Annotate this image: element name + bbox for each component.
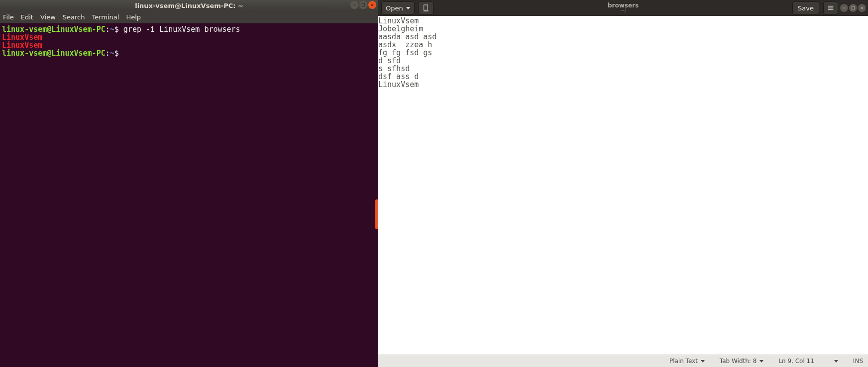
- dropdown-caret-icon: [834, 360, 838, 363]
- menu-help[interactable]: Help: [126, 13, 141, 21]
- terminal-window: linux-vsem@LinuxVsem-PC: ~ File Edit Vie…: [0, 0, 378, 367]
- command-text: grep -i LinuxVsem browsers: [123, 25, 240, 34]
- syntax-mode-label: Plain Text: [669, 358, 698, 365]
- open-button-label: Open: [386, 4, 403, 12]
- gedit-file-line: s sfhsd: [378, 65, 868, 73]
- gedit-file-line: Jobelgheim: [378, 25, 868, 33]
- prompt-user: linux-vsem@LinuxVsem-PC: [2, 49, 106, 58]
- terminal-line-prompt: linux-vsem@LinuxVsem-PC:~$: [2, 49, 376, 57]
- gedit-file-line: aasda asd asd: [378, 33, 868, 41]
- terminal-title: linux-vsem@LinuxVsem-PC: ~: [0, 2, 378, 9]
- insert-mode-label: INS: [853, 358, 863, 365]
- hamburger-menu-button[interactable]: [823, 1, 838, 14]
- minimize-button[interactable]: [840, 4, 848, 12]
- svg-rect-10: [852, 6, 855, 9]
- close-button[interactable]: [368, 1, 376, 9]
- svg-rect-0: [353, 5, 356, 5]
- gedit-file-line: LinuxVsem: [378, 81, 868, 89]
- close-button[interactable]: [858, 4, 866, 12]
- terminal-output-line: LinuxVsem: [2, 41, 376, 49]
- gedit-header-right: Save: [792, 1, 866, 14]
- prompt-dollar: $: [114, 49, 119, 58]
- dropdown-caret-icon: [701, 360, 705, 363]
- svg-rect-1: [362, 3, 365, 6]
- gedit-window-controls: [840, 4, 866, 12]
- terminal-scrollbar-thumb[interactable]: [375, 199, 378, 229]
- menu-edit[interactable]: Edit: [21, 13, 33, 21]
- dropdown-caret-icon: [760, 360, 763, 363]
- menu-search[interactable]: Search: [63, 13, 85, 21]
- prompt-dollar: $: [114, 25, 119, 34]
- gedit-file-line: fg fg fsd gs: [378, 49, 868, 57]
- gedit-headerbar[interactable]: Open browsers ~/ Save: [378, 0, 868, 16]
- terminal-titlebar[interactable]: linux-vsem@LinuxVsem-PC: ~: [0, 0, 378, 11]
- terminal-window-controls: [350, 1, 376, 9]
- terminal-line-command: linux-vsem@LinuxVsem-PC:~$ grep -i Linux…: [2, 25, 376, 33]
- svg-rect-4: [424, 5, 428, 10]
- menu-file[interactable]: File: [3, 13, 14, 21]
- gedit-window: Open browsers ~/ Save: [378, 0, 868, 367]
- save-button-label: Save: [798, 4, 814, 12]
- gedit-file-line: asdx zzea h: [378, 41, 868, 49]
- gedit-file-line: d sfd: [378, 57, 868, 65]
- desktop-workspace: linux-vsem@LinuxVsem-PC: ~ File Edit Vie…: [0, 0, 868, 367]
- terminal-menubar: File Edit View Search Terminal Help: [0, 11, 378, 23]
- cursor-position[interactable]: Ln 9, Col 11: [778, 358, 838, 365]
- tab-width-label: Tab Width: 8: [720, 358, 757, 365]
- maximize-button[interactable]: [849, 4, 857, 12]
- menu-terminal[interactable]: Terminal: [92, 13, 119, 21]
- dropdown-caret-icon: [406, 7, 410, 9]
- gedit-text-area[interactable]: LinuxVsemJobelgheimaasda asd asdasdx zze…: [378, 16, 868, 355]
- cursor-position-label: Ln 9, Col 11: [778, 358, 814, 365]
- gedit-header-left: Open: [378, 1, 434, 14]
- insert-mode[interactable]: INS: [853, 358, 863, 365]
- tab-width-selector[interactable]: Tab Width: 8: [720, 358, 763, 365]
- new-document-button[interactable]: [419, 1, 434, 14]
- syntax-mode-selector[interactable]: Plain Text: [669, 358, 705, 365]
- svg-rect-9: [843, 8, 846, 8]
- prompt-sep: :: [106, 49, 110, 58]
- open-button[interactable]: Open: [381, 1, 415, 14]
- save-button[interactable]: Save: [792, 1, 819, 14]
- prompt-path: ~: [110, 25, 114, 34]
- gedit-file-line: LinuxVsem: [378, 17, 868, 25]
- minimize-button[interactable]: [350, 1, 358, 9]
- menu-view[interactable]: View: [40, 13, 56, 21]
- terminal-output-line: LinuxVsem: [2, 33, 376, 41]
- terminal-body[interactable]: linux-vsem@LinuxVsem-PC:~$ grep -i Linux…: [0, 23, 378, 367]
- gedit-statusbar: Plain Text Tab Width: 8 Ln 9, Col 11 INS: [378, 355, 868, 367]
- maximize-button[interactable]: [359, 1, 367, 9]
- prompt-sep: :: [106, 25, 110, 34]
- prompt-path: ~: [110, 49, 114, 58]
- gedit-file-line: dsf ass d: [378, 73, 868, 81]
